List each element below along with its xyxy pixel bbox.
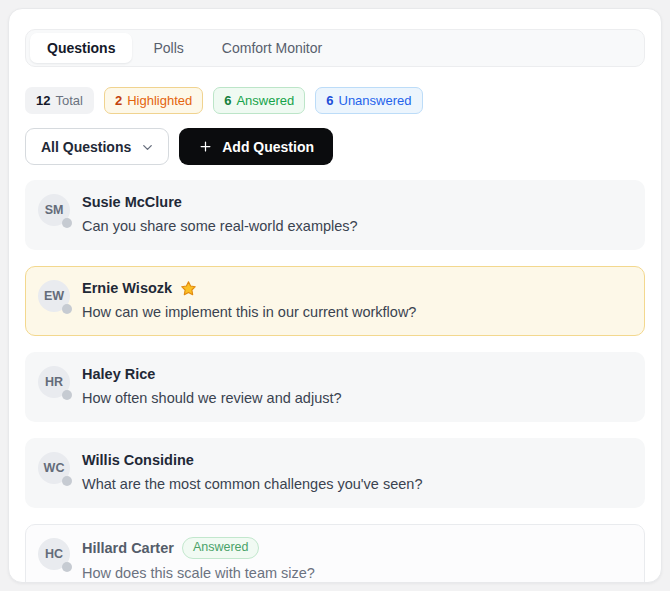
star-icon[interactable] <box>180 280 197 297</box>
question-card[interactable]: SM Susie McClure Can you share some real… <box>25 180 645 250</box>
stat-label: Total <box>55 92 82 109</box>
avatar: HR <box>38 366 70 398</box>
question-text: Can you share some real-world examples? <box>82 217 628 236</box>
tab-questions[interactable]: Questions <box>30 33 132 63</box>
qa-panel: Questions Polls Comfort Monitor 12 Total… <box>8 8 662 583</box>
tab-bar: Questions Polls Comfort Monitor <box>25 29 645 67</box>
stats-row: 12 Total 2 Highlighted 6 Answered 6 Unan… <box>25 87 645 114</box>
question-text: How often should we review and adjust? <box>82 389 628 408</box>
add-question-button[interactable]: Add Question <box>179 128 333 165</box>
question-author: Susie McClure <box>82 193 182 212</box>
avatar-initials: SM <box>45 203 64 217</box>
avatar: WC <box>38 452 70 484</box>
question-list: SM Susie McClure Can you share some real… <box>25 180 645 583</box>
question-card[interactable]: WC Willis Considine What are the most co… <box>25 438 645 508</box>
stat-badge-answered: 6 Answered <box>213 87 305 114</box>
presence-dot <box>62 476 72 486</box>
avatar: EW <box>38 280 70 312</box>
stat-count: 2 <box>115 92 122 109</box>
stat-badge-highlighted: 2 Highlighted <box>104 87 203 114</box>
avatar-initials: HR <box>45 375 63 389</box>
question-text: How does this scale with team size? <box>82 564 628 583</box>
question-author: Ernie Wisozk <box>82 279 172 298</box>
stat-count: 12 <box>36 92 50 109</box>
plus-icon <box>198 139 213 154</box>
stat-count: 6 <box>326 92 333 109</box>
avatar: SM <box>38 194 70 226</box>
question-author: Hillard Carter <box>82 539 174 558</box>
stat-count: 6 <box>224 92 231 109</box>
chevron-down-icon <box>140 139 155 155</box>
presence-dot <box>62 218 72 228</box>
question-author: Willis Considine <box>82 451 194 470</box>
tab-comfort-monitor[interactable]: Comfort Monitor <box>205 33 339 63</box>
question-card-answered[interactable]: HC Hillard Carter Answered How does this… <box>25 524 645 583</box>
answered-badge: Answered <box>182 537 260 559</box>
add-question-label: Add Question <box>222 139 314 155</box>
presence-dot <box>62 390 72 400</box>
question-author: Haley Rice <box>82 365 155 384</box>
filter-selected-value: All Questions <box>41 139 131 155</box>
stat-label: Highlighted <box>127 92 192 109</box>
controls-row: All Questions Add Question <box>25 128 645 165</box>
stat-badge-total: 12 Total <box>25 87 94 114</box>
presence-dot <box>62 562 72 572</box>
question-filter-dropdown[interactable]: All Questions <box>25 128 169 165</box>
avatar-initials: EW <box>44 289 64 303</box>
stat-badge-unanswered: 6 Unanswered <box>315 87 422 114</box>
question-text: What are the most common challenges you'… <box>82 475 628 494</box>
question-card[interactable]: HR Haley Rice How often should we review… <box>25 352 645 422</box>
stat-label: Answered <box>236 92 294 109</box>
tab-polls[interactable]: Polls <box>136 33 200 63</box>
question-text: How can we implement this in our current… <box>82 303 628 322</box>
stat-label: Unanswered <box>339 92 412 109</box>
avatar-initials: HC <box>45 547 63 561</box>
question-card-highlighted[interactable]: EW Ernie Wisozk How can we implement thi… <box>25 266 645 336</box>
presence-dot <box>62 304 72 314</box>
avatar: HC <box>38 538 70 570</box>
avatar-initials: WC <box>44 461 65 475</box>
